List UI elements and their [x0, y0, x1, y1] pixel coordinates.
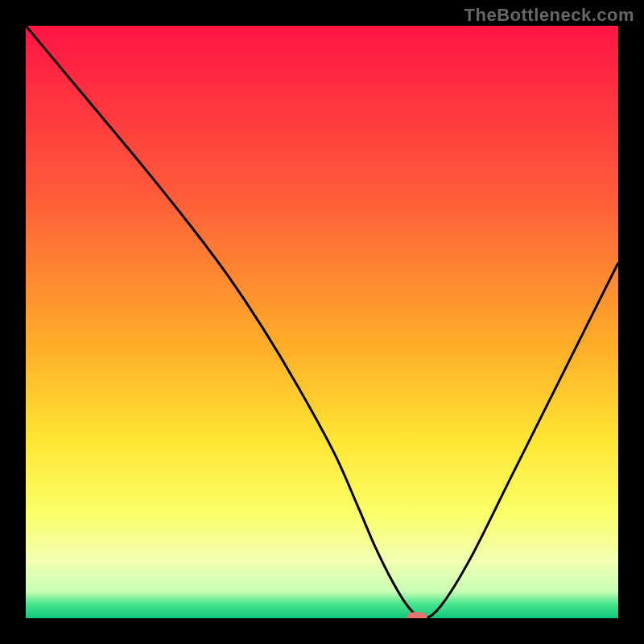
chart-svg [26, 26, 618, 618]
chart-frame: TheBottleneck.com [0, 0, 644, 644]
plot-area [26, 26, 618, 618]
watermark-text: TheBottleneck.com [464, 5, 634, 26]
optimal-point-marker [407, 613, 427, 619]
gradient-background [26, 26, 618, 618]
